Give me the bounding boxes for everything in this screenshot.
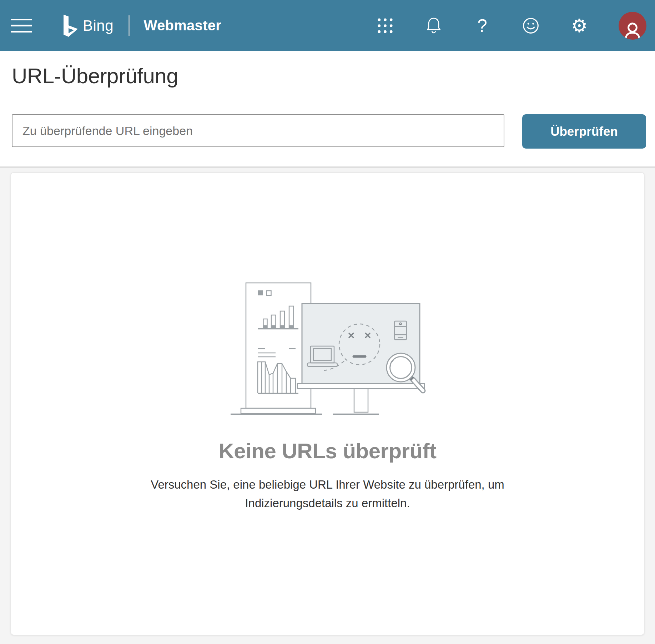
- inspect-button[interactable]: Überprüfen: [522, 114, 646, 149]
- empty-state-description: Versuchen Sie, eine beliebige URL Ihrer …: [135, 475, 520, 513]
- empty-state-card: Keine URLs überprüft Versuchen Sie, eine…: [11, 173, 644, 635]
- header-divider: [129, 15, 130, 36]
- url-search-row: Überprüfen: [12, 114, 646, 149]
- url-input[interactable]: [12, 114, 504, 147]
- profile-avatar[interactable]: [619, 12, 646, 40]
- apps-grid-icon[interactable]: [376, 16, 394, 35]
- empty-state-illustration: [230, 281, 441, 416]
- page-body: Keine URLs überprüft Versuchen Sie, eine…: [0, 166, 655, 644]
- page-title: URL-Überprüfung: [12, 63, 646, 89]
- help-icon[interactable]: ?: [473, 16, 492, 35]
- brand-name: Bing: [83, 17, 114, 34]
- url-inspection-section: URL-Überprüfung Überprüfen: [0, 51, 655, 166]
- header-actions: ? ⚙: [376, 12, 646, 40]
- help-glyph: ?: [477, 17, 487, 35]
- feedback-smiley-icon[interactable]: [522, 16, 540, 35]
- empty-state-heading: Keine URLs überprüft: [218, 439, 436, 463]
- menu-icon[interactable]: [11, 19, 32, 33]
- notifications-bell-icon[interactable]: [424, 16, 443, 35]
- user-icon: [624, 23, 641, 40]
- bing-logo[interactable]: Bing: [64, 15, 114, 37]
- settings-gear-icon[interactable]: ⚙: [570, 16, 589, 35]
- bing-b-icon: [64, 15, 78, 37]
- product-name: Webmaster: [144, 18, 222, 34]
- gear-glyph: ⚙: [571, 16, 588, 35]
- app-header: Bing Webmaster ?: [0, 0, 655, 51]
